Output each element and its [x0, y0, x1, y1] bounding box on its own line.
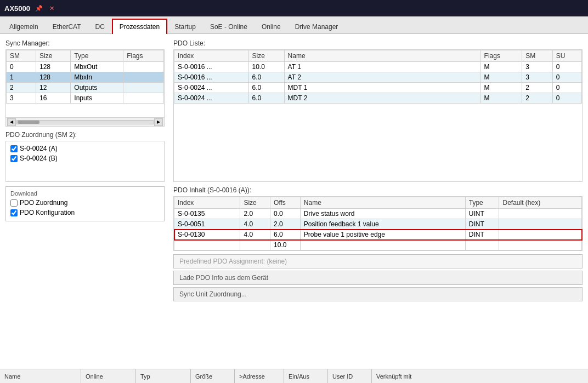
table-row[interactable]: S-0-0016 ... 10.0 AT 1 M 3 0 — [174, 62, 582, 72]
pi-col-index: Index — [174, 197, 240, 209]
status-col-online: Online — [81, 369, 136, 383]
pdo-zuordnung-checkbox-b[interactable] — [10, 155, 18, 162]
tab-drive-manager[interactable]: Drive Manager — [288, 19, 346, 34]
sync-manager-label: Sync Manager: — [5, 39, 165, 47]
pdo-zuordnung-item-a[interactable]: S-0-0024 (A) — [10, 144, 160, 153]
pi-col-size: Size — [240, 197, 270, 209]
table-row[interactable]: 0 128 MbxOut — [7, 62, 164, 72]
right-panel: PDO Liste: Index Size Name Flags SM SU — [173, 39, 583, 182]
pi-col-type: Type — [465, 197, 499, 209]
status-col-adresse: >Adresse — [235, 369, 284, 383]
table-row[interactable]: 1 128 MbxIn — [7, 72, 164, 83]
download-label: Download — [10, 190, 160, 197]
tab-startup[interactable]: Startup — [167, 19, 203, 34]
sync-manager-table-wrapper: SM Size Type Flags 0 128 MbxOut — [5, 49, 165, 127]
table-row[interactable]: S-0-0135 2.0 0.0 Drive status word UINT — [174, 209, 582, 219]
table-row[interactable]: 3 16 Inputs — [7, 93, 164, 104]
table-row[interactable]: 10.0 — [174, 240, 582, 250]
status-col-userid: User ID — [328, 369, 372, 383]
tab-prozessdaten[interactable]: Prozessdaten — [112, 19, 167, 34]
pi-col-offs: Offs — [270, 197, 301, 209]
lade-pdo-info-button[interactable]: Lade PDO Info aus dem Gerät — [173, 271, 583, 285]
pdo-liste-table: Index Size Name Flags SM SU S-0-0016 ...… — [174, 50, 582, 104]
status-bar: Name Online Typ Größe >Adresse Ein/Aus U… — [0, 369, 588, 383]
status-col-grosse: Größe — [191, 369, 235, 383]
pdo-zuordnung-item-b-label: S-0-0024 (B) — [20, 155, 58, 162]
close-button[interactable]: ✕ — [48, 4, 56, 13]
pdo-inhalt-table-wrapper: Index Size Offs Name Type Default (hex) … — [173, 196, 583, 251]
sm-col-type: Type — [71, 50, 123, 62]
download-pdo-zuordnung-label: PDO Zuordnung — [20, 199, 67, 207]
status-col-verknupft: Verknüpft mit — [372, 369, 584, 383]
download-pdo-konfiguration-item[interactable]: PDO Konfiguration — [10, 208, 160, 218]
pdo-zuordnung-box: S-0-0024 (A) S-0-0024 (B) — [5, 141, 165, 182]
pdo-zuordnung-item-b[interactable]: S-0-0024 (B) — [10, 153, 160, 163]
status-col-einaus: Ein/Aus — [284, 369, 328, 383]
main-content: Sync Manager: SM Size Type Flags — [0, 34, 588, 369]
pi-col-default: Default (hex) — [499, 197, 582, 209]
pdo-inhalt-table: Index Size Offs Name Type Default (hex) … — [174, 197, 582, 250]
pdo-col-name: Name — [284, 50, 480, 62]
tab-bar: Allgemein EtherCAT DC Prozessdaten Start… — [0, 16, 588, 34]
tab-dc[interactable]: DC — [88, 19, 112, 34]
tab-online[interactable]: Online — [255, 19, 288, 34]
pdo-liste-table-container: Index Size Name Flags SM SU S-0-0016 ...… — [173, 49, 583, 182]
pdo-zuordnung-checkbox-a[interactable] — [10, 145, 18, 152]
pdo-liste-label: PDO Liste: — [173, 39, 583, 47]
table-row[interactable]: S-0-0051 4.0 2.0 Position feedback 1 val… — [174, 219, 582, 230]
download-section: Download PDO Zuordnung PDO Konfiguration — [5, 186, 165, 363]
tab-soe-online[interactable]: SoE - Online — [203, 19, 255, 34]
sync-unit-zuordnung-button[interactable]: Sync Unit Zuordnung... — [173, 287, 583, 301]
tab-allgemein[interactable]: Allgemein — [2, 19, 46, 34]
tab-ethercat[interactable]: EtherCAT — [46, 19, 88, 34]
table-row[interactable]: S-0-0024 ... 6.0 MDT 2 M 2 0 — [174, 93, 582, 104]
title-bar: AX5000 📌 ✕ — [0, 0, 588, 16]
highlighted-row[interactable]: S-0-0130 4.0 6.0 Probe value 1 positive … — [174, 230, 582, 240]
left-panel: Sync Manager: SM Size Type Flags — [5, 39, 165, 182]
window-title: AX5000 — [4, 4, 30, 13]
pin-button[interactable]: 📌 — [35, 4, 43, 13]
download-pdo-zuordnung-checkbox[interactable] — [10, 199, 18, 207]
download-pdo-konfiguration-checkbox[interactable] — [10, 209, 18, 216]
pdo-col-flags: Flags — [480, 50, 522, 62]
table-row[interactable]: 2 12 Outputs — [7, 83, 164, 93]
pdo-zuordnung-item-a-label: S-0-0024 (A) — [20, 145, 58, 152]
pdo-inhalt-section: PDO Inhalt (S-0-0016 (A)): Index Size Of… — [173, 186, 583, 363]
pdo-zuordnung-label: PDO Zuordnung (SM 2): — [5, 131, 165, 139]
pdo-col-sm: SM — [522, 50, 552, 62]
status-col-typ: Typ — [136, 369, 191, 383]
pdo-col-index: Index — [174, 50, 249, 62]
sm-col-flags: Flags — [123, 50, 164, 62]
sync-manager-table: SM Size Type Flags 0 128 MbxOut — [6, 50, 164, 104]
pdo-zuordnung-section: PDO Zuordnung (SM 2): S-0-0024 (A) S-0-0… — [5, 131, 165, 182]
scroll-right-arrow[interactable]: ▶ — [154, 118, 163, 126]
pi-col-name: Name — [300, 197, 465, 209]
pdo-col-size: Size — [248, 50, 284, 62]
pdo-inhalt-label: PDO Inhalt (S-0-0016 (A)): — [173, 186, 583, 194]
predefined-pdo-button[interactable]: Predefined PDO Assignment: (keine) — [173, 254, 583, 268]
scroll-left-arrow[interactable]: ◀ — [7, 118, 16, 126]
sm-col-size: Size — [36, 50, 71, 62]
sm-col-sm: SM — [7, 50, 36, 62]
table-row[interactable]: S-0-0016 ... 6.0 AT 2 M 3 0 — [174, 72, 582, 83]
download-pdo-zuordnung-item[interactable]: PDO Zuordnung — [10, 198, 160, 208]
download-pdo-konfiguration-label: PDO Konfiguration — [20, 209, 75, 216]
pdo-col-su: SU — [552, 50, 581, 62]
status-col-name: Name — [4, 369, 81, 383]
table-row[interactable]: S-0-0024 ... 6.0 MDT 1 M 2 0 — [174, 83, 582, 93]
